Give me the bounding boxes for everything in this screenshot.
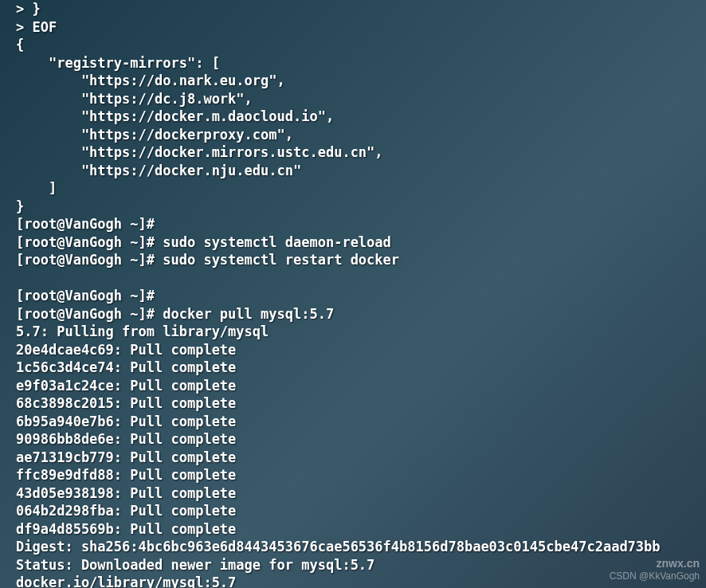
- watermark: znwx.cn CSDN @KkVanGogh: [610, 557, 700, 582]
- watermark-site: znwx.cn: [610, 557, 700, 570]
- watermark-author: CSDN @KkVanGogh: [610, 570, 700, 582]
- terminal-output[interactable]: > } > EOF { "registry-mirrors": [ "https…: [16, 0, 690, 588]
